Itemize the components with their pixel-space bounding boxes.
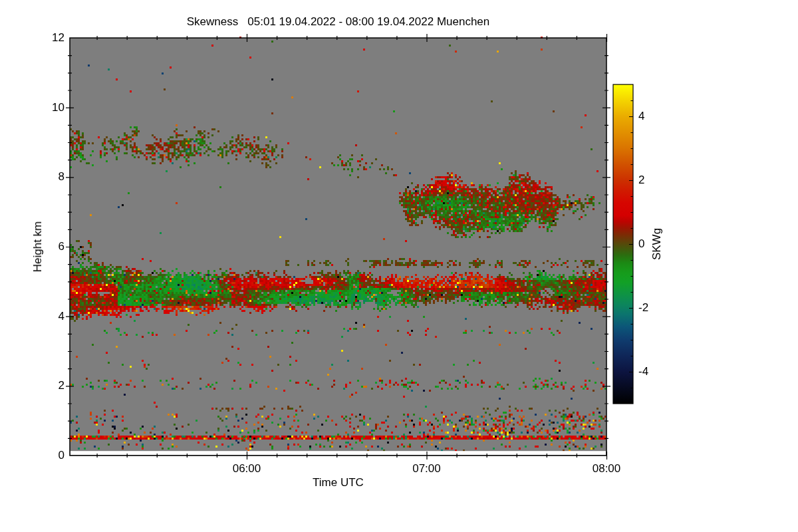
x-axis-title: Time UTC	[70, 476, 606, 489]
y-tick-label: 0	[38, 448, 65, 463]
colorbar-tick-label: 2	[638, 173, 665, 188]
y-tick-label: 6	[38, 239, 65, 254]
chart-title: Skewness 05:01 19.04.2022 - 08:00 19.04.…	[70, 15, 606, 29]
x-tick-label: 08:00	[583, 462, 630, 476]
x-tick-label: 07:00	[403, 462, 450, 476]
y-tick-label: 8	[38, 170, 65, 184]
y-tick-label: 12	[38, 31, 65, 45]
skewness-chart-figure: Skewness 05:01 19.04.2022 - 08:00 19.04.…	[0, 0, 798, 532]
colorbar-tick-label: -2	[638, 301, 665, 315]
heatmap-canvas	[0, 0, 798, 532]
y-tick-label: 2	[38, 378, 65, 393]
y-tick-label: 10	[38, 100, 65, 115]
y-tick-label: 4	[38, 309, 65, 324]
colorbar-tick-label: -4	[638, 364, 665, 379]
x-tick-label: 06:00	[223, 462, 270, 476]
colorbar-tick-label: 0	[638, 237, 665, 251]
colorbar-tick-label: 4	[638, 109, 665, 124]
